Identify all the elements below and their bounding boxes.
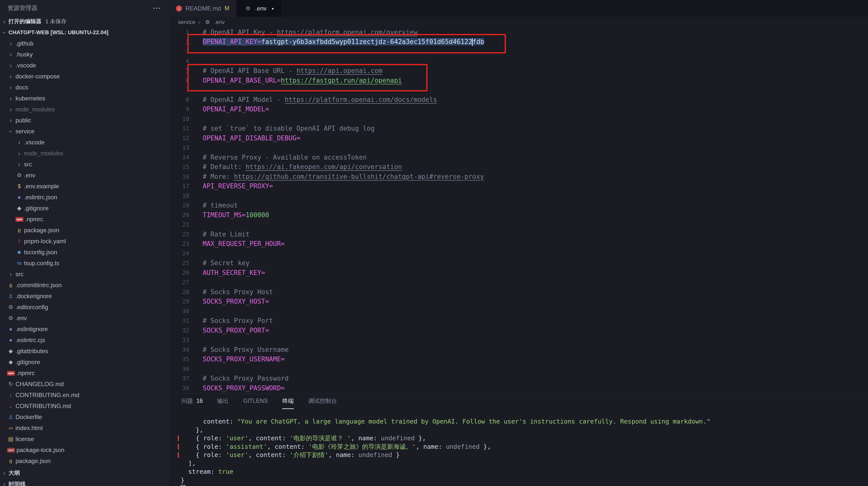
- tree-item-.npmrc[interactable]: npm.npmrc: [0, 214, 169, 225]
- tree-item-.eslintrc.cjs[interactable]: ●.eslintrc.cjs: [0, 335, 169, 346]
- code-line[interactable]: 22# Rate Limit: [169, 230, 868, 239]
- terminal-line[interactable]: { role: 'assistant', content: '电影《玲芽之旅》的…: [181, 442, 863, 451]
- tree-item-tsconfig.json[interactable]: ■tsconfig.json: [0, 247, 169, 258]
- section-大纲[interactable]: ›大纲: [0, 467, 169, 478]
- tree-item-public[interactable]: ›public: [0, 115, 169, 126]
- code-line[interactable]: 14# Reverse Proxy - Available on accessT…: [169, 152, 868, 162]
- tree-item-.editorconfig[interactable]: ⚙.editorconfig: [0, 302, 169, 313]
- tree-item-CONTRIBUTING.md[interactable]: ↓CONTRIBUTING.md: [0, 401, 169, 411]
- tree-item-.gitattributes[interactable]: ◆.gitattributes: [0, 346, 169, 356]
- code-line[interactable]: 20TIMEOUT_MS=100000: [169, 210, 868, 220]
- terminal-line[interactable]: ],: [181, 459, 863, 468]
- code-line[interactable]: 12OPENAI_API_DISABLE_DEBUG=: [169, 133, 868, 143]
- tree-item-.husky[interactable]: ›.husky: [0, 49, 169, 60]
- tree-item-.dockerignore[interactable]: ⚓.dockerignore: [0, 291, 169, 302]
- tree-item-kubernetes[interactable]: ›kubernetes: [0, 93, 169, 104]
- terminal-line[interactable]: { role: 'user', content: '介绍下剧情', name: …: [181, 451, 863, 459]
- tree-item-pnpm-lock.yaml[interactable]: !pnpm-lock.yaml: [0, 236, 169, 247]
- tree-item-.github[interactable]: ›.github: [0, 38, 169, 49]
- code-line[interactable]: 26AUTH_SECRET_KEY=: [169, 268, 868, 278]
- code-line[interactable]: 11# set `true` to disable OpenAI API deb…: [169, 124, 868, 133]
- code-line[interactable]: 13: [169, 143, 868, 152]
- tree-item-.commitlintrc.json[interactable]: {}.commitlintrc.json: [0, 280, 169, 291]
- tree-item-node_modules[interactable]: ›node_modules: [0, 104, 169, 115]
- terminal-output[interactable]: content: "You are ChatGPT, a large langu…: [181, 417, 863, 486]
- tree-item-Dockerfile[interactable]: ⚓Dockerfile: [0, 411, 169, 423]
- breadcrumb-item[interactable]: service: [178, 19, 195, 26]
- code-line[interactable]: 5# OpenAI API Base URL - https://api.ope…: [169, 66, 868, 76]
- tree-item-src[interactable]: ›src: [0, 269, 169, 280]
- code-line[interactable]: 4: [169, 56, 868, 66]
- code-line[interactable]: 30: [169, 307, 868, 316]
- code-line[interactable]: 25# Secret key: [169, 258, 868, 268]
- section-时间线[interactable]: ›时间线: [0, 478, 169, 486]
- code-line[interactable]: 10: [169, 114, 868, 124]
- tree-item-.eslintignore[interactable]: ●.eslintignore: [0, 324, 169, 335]
- code-line[interactable]: 35SOCKS_PROXY_USERNAME=: [169, 354, 868, 364]
- terminal-line[interactable]: content: "You are ChatGPT, a large langu…: [181, 417, 863, 426]
- code-line[interactable]: 8# OpenAI API Model - https://platform.o…: [169, 95, 868, 105]
- tree-item-.npmrc[interactable]: npm.npmrc: [0, 368, 169, 379]
- code-line[interactable]: 9OPENAI_API_MODEL=: [169, 105, 868, 114]
- code-line[interactable]: 27: [169, 278, 868, 287]
- code-line[interactable]: 15# Default: https://ai.fakeopen.com/api…: [169, 162, 868, 172]
- tree-item-.env[interactable]: ⚙.env: [0, 313, 169, 324]
- panel-tab-GITLENS[interactable]: GITLENS: [243, 394, 268, 409]
- tree-item-docs[interactable]: ›docs: [0, 82, 169, 93]
- code-line[interactable]: 1# OpenAI API Key - https://platform.ope…: [169, 27, 868, 37]
- code-line[interactable]: 32SOCKS_PROXY_PORT=: [169, 326, 868, 335]
- tree-item-package-lock.json[interactable]: npmpackage-lock.json: [0, 445, 169, 456]
- code-line[interactable]: 34# Socks Proxy Username: [169, 345, 868, 355]
- open-editors-section[interactable]: › 打开的编辑器 1 未保存: [0, 16, 169, 27]
- tree-item-.eslintrc.json[interactable]: ●.eslintrc.json: [0, 192, 169, 203]
- terminal-line[interactable]: },: [181, 426, 863, 434]
- tree-item-CHANGELOG.md[interactable]: ↻CHANGELOG.md: [0, 379, 169, 390]
- code-line[interactable]: 16# More: https://github.com/transitive-…: [169, 172, 868, 181]
- terminal-line[interactable]: [181, 484, 863, 486]
- code-line[interactable]: 7: [169, 85, 868, 95]
- tab-.env[interactable]: ⚙.env●: [237, 0, 281, 17]
- more-actions-icon[interactable]: ⋯: [153, 3, 161, 13]
- code-line[interactable]: 23MAX_REQUEST_PER_HOUR=: [169, 239, 868, 249]
- tree-item-package.json[interactable]: {}package.json: [0, 225, 169, 236]
- terminal-line[interactable]: stream: true: [181, 467, 863, 476]
- tree-item-.env[interactable]: ⚙.env: [0, 170, 169, 181]
- code-line[interactable]: 2OPENAI_API_KEY=fastgpt-y6b3axfbdd5wyp01…: [169, 37, 868, 47]
- code-line[interactable]: 33: [169, 335, 868, 345]
- code-line[interactable]: 3: [169, 47, 868, 56]
- code-line[interactable]: 31# Socks Proxy Port: [169, 316, 868, 326]
- tree-item-.vscode[interactable]: ›.vscode: [0, 60, 169, 71]
- editor-lines[interactable]: 1# OpenAI API Key - https://platform.ope…: [169, 27, 868, 393]
- code-line[interactable]: 29SOCKS_PROXY_HOST=: [169, 297, 868, 307]
- tree-item-node_modules[interactable]: ›node_modules: [0, 148, 169, 159]
- panel-tab-输出[interactable]: 输出: [217, 394, 229, 409]
- panel-tab-调试控制台[interactable]: 调试控制台: [308, 394, 337, 409]
- terminal-line[interactable]: }: [181, 476, 863, 485]
- tree-item-index.html[interactable]: <>index.html: [0, 423, 169, 433]
- tree-item-license[interactable]: ▤license: [0, 433, 169, 445]
- code-line[interactable]: 6OPENAI_API_BASE_URL=https://fastgpt.run…: [169, 76, 868, 85]
- code-line[interactable]: 38SOCKS_PROXY_PASSWORD=: [169, 383, 868, 393]
- terminal-line[interactable]: { role: 'user', content: '电影的导演是谁？ ', na…: [181, 434, 863, 442]
- tree-item-.gitignore[interactable]: ◆.gitignore: [0, 356, 169, 368]
- tree-item-docker-compose[interactable]: ›docker-compose: [0, 71, 169, 82]
- panel-tab-问题[interactable]: 问题16: [181, 394, 203, 409]
- tab-README.md[interactable]: ↓README.mdM: [169, 0, 237, 17]
- tree-item-service[interactable]: ›service: [0, 126, 169, 137]
- code-line[interactable]: 21: [169, 220, 868, 230]
- code-line[interactable]: 18: [169, 191, 868, 201]
- tree-item-.vscode[interactable]: ›.vscode: [0, 137, 169, 148]
- tree-item-tsup.config.ts[interactable]: TStsup.config.ts: [0, 258, 169, 269]
- tree-item-package.json[interactable]: {}package.json: [0, 456, 169, 466]
- code-line[interactable]: 36: [169, 364, 868, 374]
- panel-tab-终端[interactable]: 终端: [282, 394, 294, 409]
- tree-item-.env.example[interactable]: $.env.example: [0, 181, 169, 192]
- code-line[interactable]: 28# Socks Proxy Host: [169, 287, 868, 297]
- code-line[interactable]: 19# timeout: [169, 201, 868, 210]
- breadcrumb-item[interactable]: .env: [214, 19, 225, 26]
- code-line[interactable]: 17API_REVERSE_PROXY=: [169, 181, 868, 191]
- tree-item-src[interactable]: ›src: [0, 159, 169, 170]
- workspace-section[interactable]: › CHATGPT-WEB [WSL: UBUNTU-22.04]: [0, 27, 169, 38]
- code-line[interactable]: 37# Socks Proxy Password: [169, 374, 868, 383]
- tree-item-CONTRIBUTING.en.md[interactable]: ↓CONTRIBUTING.en.md: [0, 390, 169, 401]
